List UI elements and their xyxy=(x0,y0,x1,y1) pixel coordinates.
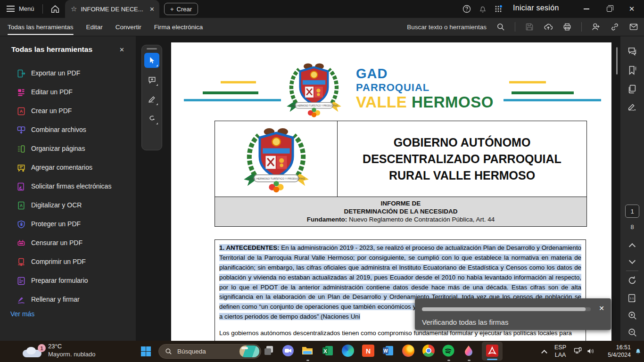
tool-compress-pdf[interactable]: Comprimir un PDF xyxy=(0,253,136,272)
signatures-icon[interactable] xyxy=(627,102,637,112)
tool-protect-pdf[interactable]: Proteger un PDF xyxy=(0,215,136,234)
tab-title: INFORME DE NECE... xyxy=(81,6,146,13)
toast-close-icon[interactable]: ✕ xyxy=(599,304,604,312)
quick-tools-toolbar[interactable] xyxy=(141,45,162,150)
verification-progress-bar xyxy=(422,307,591,311)
file-explorer-icon[interactable] xyxy=(301,345,314,358)
print-icon[interactable] xyxy=(562,22,572,32)
tray-overflow-icon[interactable] xyxy=(541,350,547,356)
app-switcher-icon[interactable] xyxy=(494,4,503,14)
tool-export-pdf[interactable]: Exportar un PDF xyxy=(0,64,136,83)
tab-all-tools[interactable]: Todas las herramientas xyxy=(8,18,74,36)
search-icon[interactable] xyxy=(496,22,505,32)
tab-esign[interactable]: Firma electrónica xyxy=(154,18,203,36)
sign-in-button[interactable]: Iniciar sesión xyxy=(513,4,559,12)
menu-icon[interactable] xyxy=(7,6,15,12)
page-up-icon[interactable] xyxy=(629,243,636,250)
comments-icon[interactable] xyxy=(627,46,637,57)
tab-edit[interactable]: Editar xyxy=(86,18,103,36)
taskbar-search[interactable]: Búsqueda xyxy=(158,344,261,359)
pdf-page[interactable]: GAD PARROQUIAL VALLE HERMOSO GOBIERNO AU… xyxy=(171,42,611,341)
language-indicator[interactable]: ESP LAA xyxy=(554,344,566,359)
document-tab[interactable]: ☆ INFORME DE NECE... ✕ xyxy=(65,0,159,18)
cloud-upload-icon[interactable] xyxy=(544,22,553,32)
deco-line-yellow-right xyxy=(509,81,546,83)
toolbar-drag-handle[interactable] xyxy=(147,48,157,49)
draw-tool[interactable] xyxy=(144,91,159,107)
help-icon[interactable] xyxy=(462,4,471,14)
star-icon[interactable]: ☆ xyxy=(71,5,77,13)
rotate-icon[interactable] xyxy=(627,275,637,286)
panel-close-icon[interactable]: ✕ xyxy=(119,46,124,53)
tool-request-signatures[interactable]: Solicitar firmas electrónicas xyxy=(0,177,136,196)
tab-close-icon[interactable]: ✕ xyxy=(149,6,155,13)
select-tool[interactable] xyxy=(144,53,159,68)
wordmark-parroquial: PARROQUIAL xyxy=(356,82,494,93)
edge-icon[interactable] xyxy=(342,345,355,358)
paint-app-icon[interactable] xyxy=(462,345,476,358)
excel-icon[interactable]: X xyxy=(322,345,335,358)
add-comment-tool[interactable] xyxy=(144,72,159,87)
right-rail: 1 8 1:1 xyxy=(620,36,644,341)
document-viewport[interactable]: GAD PARROQUIAL VALLE HERMOSO GOBIERNO AU… xyxy=(136,36,620,341)
gad-crest-logo xyxy=(281,59,347,119)
create-tab-button[interactable]: + Crear xyxy=(164,3,198,15)
document-header-table: GOBIERNO AUTÓNOMO DESCENTRALIZADO PARROQ… xyxy=(215,121,587,227)
antecedentes-label: 1. ANTECEDENTES: xyxy=(219,244,279,251)
nitro-pdf-icon[interactable]: N xyxy=(362,345,375,358)
deco-line-green-right xyxy=(512,91,574,94)
search-highlight-image[interactable] xyxy=(239,346,259,357)
search-icon xyxy=(165,347,173,355)
document-scrollbar[interactable] xyxy=(616,47,618,74)
zoom-in-icon[interactable] xyxy=(627,310,637,321)
acrobat-active-indicator xyxy=(487,359,497,360)
fundamento-text: Nuevo Reglamento de Contratación Pública… xyxy=(347,216,495,223)
tool-scan-ocr[interactable]: A Digitalizar y OCR xyxy=(0,196,136,215)
weather-widget[interactable]: 1 23°C Mayorm. nublado xyxy=(23,342,95,358)
home-icon[interactable] xyxy=(50,4,60,14)
minimize-button[interactable] xyxy=(576,0,597,18)
running-indicator xyxy=(447,360,450,361)
tool-create-pdf[interactable]: A Crear un PDF xyxy=(0,102,136,121)
tool-prepare-form[interactable]: Preparar formulario xyxy=(0,272,136,290)
notification-bell-icon[interactable] xyxy=(634,346,643,355)
task-view-icon[interactable] xyxy=(263,345,276,358)
lasso-tool[interactable] xyxy=(144,111,159,126)
tab-convert[interactable]: Convertir xyxy=(116,18,141,36)
windows-taskbar: 1 23°C Mayorm. nublado Búsqueda xyxy=(0,341,644,362)
acrobat-icon[interactable] xyxy=(486,345,499,358)
add-people-icon[interactable] xyxy=(591,22,601,32)
restore-button[interactable] xyxy=(598,0,620,18)
spotify-icon[interactable] xyxy=(442,345,455,358)
current-page-input[interactable]: 1 xyxy=(625,205,639,218)
network-icon[interactable] xyxy=(573,346,583,356)
link-icon[interactable] xyxy=(610,22,619,32)
clock[interactable]: 16:51 5/4/2024 xyxy=(600,344,631,359)
volume-icon[interactable] xyxy=(586,346,595,356)
actual-size-icon[interactable]: 1:1 xyxy=(627,293,637,304)
pages-icon[interactable] xyxy=(627,84,637,94)
menu-label[interactable]: Menú xyxy=(19,5,34,12)
tool-edit-pdf[interactable]: Editar un PDF xyxy=(0,83,136,102)
tool-organize-pages[interactable]: Organizar páginas xyxy=(0,140,136,158)
page-down-icon[interactable] xyxy=(629,257,636,264)
zoom-out-icon[interactable] xyxy=(627,327,637,337)
bookmarks-icon[interactable] xyxy=(627,65,637,75)
firefox-icon[interactable] xyxy=(402,345,415,358)
tool-add-comments[interactable]: Agregar comentarios xyxy=(0,158,136,177)
see-more-link[interactable]: Ver más xyxy=(10,310,34,318)
total-pages: 8 xyxy=(620,223,644,230)
start-button[interactable] xyxy=(141,346,151,356)
tool-redact-pdf[interactable]: Censurar un PDF xyxy=(0,234,136,253)
tool-fill-sign[interactable]: Rellenar y firmar xyxy=(0,290,136,309)
svg-text:1:1: 1:1 xyxy=(630,297,634,300)
email-icon[interactable] xyxy=(629,22,638,32)
chrome-icon[interactable] xyxy=(422,345,436,358)
word-icon[interactable]: W xyxy=(382,345,395,358)
close-button[interactable]: ✕ xyxy=(621,0,643,18)
tool-combine-files[interactable]: Combinar archivos xyxy=(0,121,136,140)
notifications-bell-icon[interactable] xyxy=(478,4,487,14)
search-label[interactable]: Buscar texto o herramientas xyxy=(407,24,487,31)
compress-pdf-icon xyxy=(17,257,26,267)
chat-icon[interactable] xyxy=(282,345,295,358)
